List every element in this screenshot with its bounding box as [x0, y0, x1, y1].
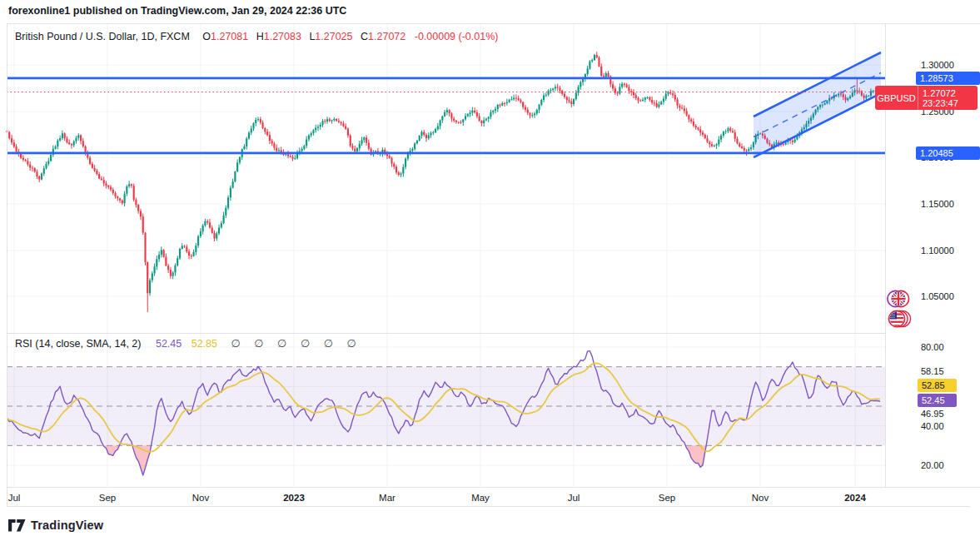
hidden-plot-icon[interactable]: ∅: [301, 337, 310, 350]
hidden-plot-icon[interactable]: ∅: [347, 337, 356, 350]
time-axis-label: Nov: [192, 492, 209, 504]
time-axis-label: Mar: [379, 492, 395, 504]
last-price-badge: GBPUSD 1.27072 23:23:47: [875, 86, 978, 110]
tradingview-logo-text: TradingView: [31, 519, 103, 532]
gbp-flag-icon: [888, 290, 909, 306]
top-border: [7, 23, 980, 24]
hidden-plot-icon[interactable]: ∅: [231, 337, 240, 350]
lower-level-price-label: 1.20485: [916, 146, 980, 160]
rsi-value-badge: 52.45: [918, 394, 957, 407]
rsi-legend: RSI (14, close, SMA, 14, 2) 52.45 52.85 …: [15, 337, 356, 350]
rsi-axis-tick: 80.00: [921, 341, 944, 353]
time-axis-label: Sep: [659, 492, 675, 504]
rsi-value: 52.45: [156, 338, 182, 350]
hidden-plot-icon[interactable]: ∅: [254, 337, 263, 350]
chart-canvas[interactable]: [0, 0, 980, 541]
hidden-plot-icon[interactable]: ∅: [277, 337, 286, 350]
rsi-axis-tick: 58.15: [921, 365, 944, 377]
usd-flag-icon: [888, 310, 910, 326]
rsi-axis-tick: 40.00: [921, 420, 944, 432]
price-axis-tick: 1.10000: [921, 245, 954, 256]
tradingview-logo[interactable]: TradingView: [8, 519, 103, 532]
high-value: 1.27083: [264, 31, 301, 42]
symbol-title[interactable]: British Pound / U.S. Dollar, 1D, FXCM: [15, 31, 190, 42]
bar-countdown: 23:23:47: [923, 98, 958, 108]
time-axis-label: Sep: [99, 492, 116, 504]
time-axis-label: 2023: [283, 492, 305, 504]
low-value: 1.27025: [315, 31, 352, 42]
time-axis-label: 2024: [844, 492, 866, 504]
price-axis-tick: 1.15000: [921, 198, 954, 210]
time-axis-label: Nov: [752, 492, 769, 504]
hidden-plot-icon[interactable]: ∅: [324, 337, 333, 350]
rsi-title[interactable]: RSI (14, close, SMA, 14, 2): [15, 338, 141, 350]
open-label: O: [202, 31, 211, 42]
rsi-axis-tick: 20.00: [921, 459, 944, 471]
symbol-legend: British Pound / U.S. Dollar, 1D, FXCM O1…: [15, 30, 498, 42]
time-axis-label: May: [471, 492, 490, 504]
bottom-border: [7, 506, 970, 507]
rsi-axis-tick: 46.95: [921, 408, 944, 419]
symbol-flag-icons: [885, 287, 918, 330]
last-price-value: 1.27072: [923, 88, 958, 98]
change-value: -0.00009 (-0.01%): [415, 31, 499, 42]
time-axis-label: Jul: [8, 492, 21, 504]
tradingview-mark-icon: [8, 519, 26, 532]
high-label: H: [256, 31, 264, 42]
time-axis-top-border: [7, 487, 980, 488]
close-label: C: [361, 31, 368, 42]
price-axis-tick: 1.30000: [921, 59, 954, 71]
left-border: [7, 23, 7, 506]
time-axis-label: Jul: [568, 492, 580, 504]
open-value: 1.27081: [211, 31, 248, 42]
price-axis-tick: 1.05000: [921, 290, 954, 302]
symbol-tag: GBPUSD: [875, 86, 918, 110]
rsi-ma-value: 52.85: [192, 338, 217, 350]
upper-level-price-label: 1.28573: [916, 72, 980, 85]
close-value: 1.27072: [368, 31, 405, 42]
rsi-ma-badge: 52.85: [918, 379, 957, 392]
pane-separator[interactable]: [7, 333, 885, 334]
